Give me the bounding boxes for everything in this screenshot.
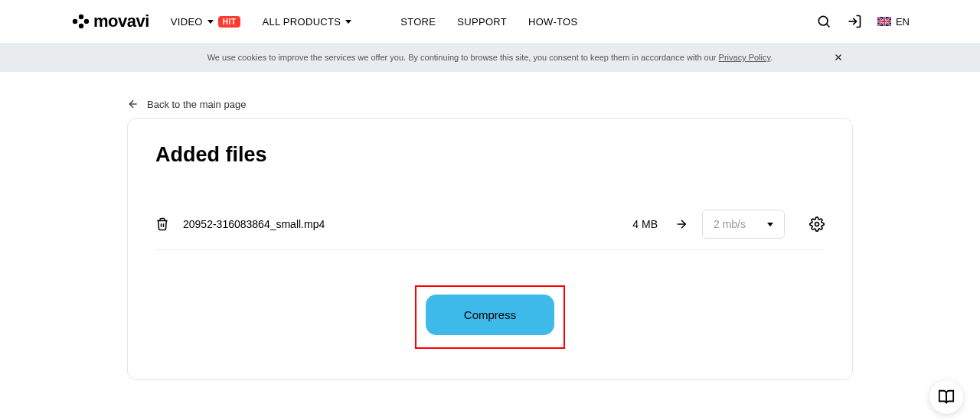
nav-store[interactable]: STORE <box>400 16 436 28</box>
uk-flag-icon <box>877 17 891 26</box>
arrow-left-icon <box>127 98 139 110</box>
login-icon[interactable] <box>847 14 862 29</box>
highlight-box: Compress <box>415 285 565 349</box>
chevron-down-icon <box>207 20 214 24</box>
back-link-label: Back to the main page <box>147 99 246 110</box>
close-icon[interactable] <box>833 52 844 63</box>
hit-badge: HIT <box>218 16 241 28</box>
privacy-policy-link[interactable]: Privacy Policy <box>719 53 771 62</box>
svg-point-0 <box>73 19 77 24</box>
help-fab[interactable] <box>929 380 963 414</box>
search-icon[interactable] <box>816 14 831 29</box>
svg-point-4 <box>818 16 828 25</box>
brand-name: movavi <box>93 11 149 31</box>
file-row: 20952-316083864_small.mp4 4 MB 2 mb/s <box>155 199 825 250</box>
trash-icon[interactable] <box>155 217 169 231</box>
language-selector[interactable]: EN <box>877 16 910 28</box>
svg-point-1 <box>79 15 83 19</box>
nav-howtos[interactable]: HOW-TOS <box>528 16 577 28</box>
nav-video-label: VIDEO <box>171 16 203 28</box>
file-size: 4 MB <box>632 218 658 230</box>
svg-point-12 <box>815 223 819 226</box>
back-link[interactable]: Back to the main page <box>127 98 853 110</box>
cookie-text: We use cookies to improve the services w… <box>207 53 773 62</box>
added-files-card: Added files 20952-316083864_small.mp4 4 … <box>127 118 853 380</box>
main-nav: VIDEO HIT ALL PRODUCTS STORE SUPPORT HOW… <box>171 16 578 28</box>
chevron-down-icon <box>767 223 773 226</box>
svg-line-5 <box>827 24 830 28</box>
header-right: EN <box>816 14 910 29</box>
cookie-banner: We use cookies to improve the services w… <box>0 43 980 72</box>
movavi-logo-icon <box>70 12 89 31</box>
arrow-right-icon <box>675 217 688 231</box>
gear-icon[interactable] <box>809 217 825 232</box>
card-title: Added files <box>155 143 825 167</box>
brand-logo[interactable]: movavi <box>70 11 149 31</box>
svg-point-3 <box>84 19 89 24</box>
file-name: 20952-316083864_small.mp4 <box>183 218 619 230</box>
bitrate-select[interactable]: 2 mb/s <box>702 210 785 239</box>
site-header: movavi VIDEO HIT ALL PRODUCTS STORE SUPP… <box>0 0 980 43</box>
nav-all-products[interactable]: ALL PRODUCTS <box>262 16 351 28</box>
nav-support[interactable]: SUPPORT <box>457 16 507 28</box>
nav-all-products-label: ALL PRODUCTS <box>262 16 341 28</box>
compress-section: Compress <box>155 285 825 349</box>
lang-label: EN <box>896 16 910 28</box>
compress-button[interactable]: Compress <box>426 295 554 335</box>
nav-video[interactable]: VIDEO HIT <box>171 16 241 28</box>
bitrate-selected: 2 mb/s <box>714 218 746 230</box>
svg-point-2 <box>79 24 83 28</box>
main-content: Back to the main page Added files 20952-… <box>0 72 980 380</box>
chevron-down-icon <box>345 20 351 24</box>
book-icon <box>938 389 955 405</box>
